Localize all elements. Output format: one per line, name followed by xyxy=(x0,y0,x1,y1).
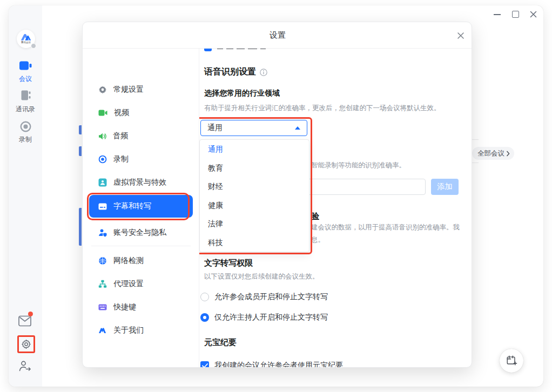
all-meetings-link[interactable]: 全部会议 xyxy=(472,147,514,160)
industry-option-general[interactable]: 通用 xyxy=(200,140,309,159)
check-icon xyxy=(202,363,208,368)
settings-content: 语音识别设置 选择您常用的行业领域 有助于提升相关行业词汇的准确率，更改后，您创… xyxy=(199,49,472,368)
info-icon[interactable] xyxy=(260,69,267,76)
speech-settings-heading: 语音识别设置 xyxy=(204,66,267,78)
speech-settings-title: 语音识别设置 xyxy=(204,66,256,78)
dialog-close-icon[interactable] xyxy=(456,31,465,40)
settings-nav-label: 常规设置 xyxy=(113,85,144,94)
dialog-title: 设置 xyxy=(270,30,286,40)
gear-icon xyxy=(98,85,107,94)
checkbox-checked-icon xyxy=(200,361,209,368)
settings-nav-about[interactable]: 关于我们 xyxy=(89,321,193,340)
captions-icon xyxy=(98,203,107,210)
settings-nav-shortcuts[interactable]: 快捷键 xyxy=(89,298,193,316)
industry-option-finance[interactable]: 财经 xyxy=(200,178,309,197)
calendar-plus-icon xyxy=(506,355,517,367)
chevron-up-icon xyxy=(295,126,300,130)
close-icon[interactable] xyxy=(530,11,537,18)
settings-nav-audio[interactable]: 音频 xyxy=(89,127,193,145)
tencent-meeting-logo-icon xyxy=(21,34,31,41)
plan-desc-fragment: 建会议的数据，以用于提高语音识别的准确率。我 xyxy=(311,223,460,232)
clipped-text xyxy=(226,49,233,49)
background-divider xyxy=(472,139,479,140)
globe-icon xyxy=(98,256,107,265)
mail-icon[interactable] xyxy=(18,315,32,327)
settings-nav-virtual-background[interactable]: 虚拟背景与特效 xyxy=(89,173,193,192)
settings-nav-label: 代理设置 xyxy=(113,279,144,289)
settings-nav-label: 音频 xyxy=(113,131,128,141)
proxy-nodes-icon xyxy=(98,280,107,288)
dialog-header: 设置 xyxy=(83,22,472,49)
industry-option-law[interactable]: 法律 xyxy=(200,215,309,234)
settings-nav-label: 视频 xyxy=(114,108,129,118)
industry-option-health[interactable]: 健康 xyxy=(200,197,309,215)
settings-dialog: 设置 常规设置 视频 xyxy=(82,22,472,368)
radio-allow-participants[interactable]: 允许参会成员开启和停止文字转写 xyxy=(200,292,328,302)
sidebar-item-contacts[interactable]: 通讯录 xyxy=(9,105,42,114)
contacts-book-icon[interactable] xyxy=(21,90,31,100)
sidebar-item-meetings[interactable]: 会议 xyxy=(9,75,42,84)
all-meetings-label: 全部会议 xyxy=(477,149,504,158)
screen: 腾讯会议 会议 通讯录 录制 xyxy=(0,0,552,392)
background-divider xyxy=(472,163,479,163)
industry-field-desc: 有助于提升相关行业词汇的准确率，更改后，您创建的下一场会议将默认生效。 xyxy=(204,104,441,112)
maximize-icon[interactable] xyxy=(512,11,519,18)
schedule-meeting-button[interactable] xyxy=(500,349,523,373)
notification-dot xyxy=(28,312,33,316)
settings-nav-recording[interactable]: 录制 xyxy=(89,150,193,168)
settings-nav-label: 快捷键 xyxy=(113,302,136,312)
settings-nav-label: 录制 xyxy=(113,154,129,164)
yuanbao-checkbox-label: 我创建的会议允许参会者使用元宝纪要 xyxy=(214,361,343,368)
radio-label: 仅允许主持人开启和停止文字转写 xyxy=(214,313,328,322)
settings-nav-proxy[interactable]: 代理设置 xyxy=(89,275,193,293)
transcription-desc: 以下设置仅对您后续创建的会议生效。 xyxy=(204,272,319,281)
industry-dropdown: 通用 教育 财经 健康 法律 科技 xyxy=(199,139,309,252)
clipped-text xyxy=(248,49,257,49)
settings-nav-account-security[interactable]: 账号安全与隐私 xyxy=(89,224,193,242)
chevron-right-icon xyxy=(506,151,510,157)
clipped-checkbox[interactable] xyxy=(204,49,212,51)
settings-nav-label: 关于我们 xyxy=(113,326,144,335)
industry-field-label: 选择您常用的行业领域 xyxy=(204,89,280,98)
industry-select[interactable]: 通用 xyxy=(200,120,307,136)
app-logo-label: 腾讯会议 xyxy=(21,41,31,44)
settings-nav-captions[interactable]: 字幕和转写 xyxy=(89,195,193,218)
wordlist-desc-fragment: 智能录制等功能的识别准确率。 xyxy=(311,161,406,170)
clipped-text xyxy=(217,49,223,49)
settings-nav-video[interactable]: 视频 xyxy=(89,104,193,122)
profile-switch-icon[interactable] xyxy=(18,360,31,373)
add-word-button[interactable]: 添加 xyxy=(431,179,459,195)
app-logo[interactable]: 腾讯会议 xyxy=(17,30,35,48)
radio-host-only[interactable]: 仅允许主持人开启和停止文字转写 xyxy=(200,313,328,322)
settings-nav-network-test[interactable]: 网络检测 xyxy=(89,252,193,270)
settings-nav-general[interactable]: 常规设置 xyxy=(89,80,193,99)
record-icon xyxy=(98,155,107,164)
clipped-text xyxy=(260,49,266,49)
radio-off-icon xyxy=(200,293,209,301)
settings-nav-label: 虚拟背景与特效 xyxy=(113,178,166,187)
yuanbao-heading: 元宝纪要 xyxy=(204,337,237,348)
yuanbao-checkbox-row[interactable]: 我创建的会议允许参会者使用元宝纪要 xyxy=(200,361,343,368)
plan-heading-fragment: 验 xyxy=(311,211,319,221)
meeting-camera-icon[interactable] xyxy=(19,60,32,71)
speaker-icon xyxy=(98,132,106,140)
clipped-text xyxy=(237,49,245,49)
industry-option-education[interactable]: 教育 xyxy=(200,159,309,178)
plan-desc-fragment2: 息。 xyxy=(311,235,325,245)
logo-badge xyxy=(31,43,36,49)
video-camera-icon xyxy=(98,109,107,117)
virtual-background-icon xyxy=(98,178,107,187)
account-shield-icon xyxy=(98,228,107,237)
brand-logo-icon xyxy=(98,328,107,334)
background-highlight-strip xyxy=(79,125,82,134)
radio-on-icon xyxy=(200,313,209,322)
background-highlight-strip xyxy=(79,208,82,246)
keyboard-icon xyxy=(98,304,107,310)
settings-nav-label: 账号安全与隐私 xyxy=(113,228,166,238)
record-circle-icon[interactable] xyxy=(20,121,31,132)
industry-option-tech[interactable]: 科技 xyxy=(200,234,309,253)
minimize-icon[interactable] xyxy=(494,14,501,15)
sidebar-item-recordings[interactable]: 录制 xyxy=(9,135,42,144)
industry-select-value: 通用 xyxy=(207,123,223,133)
settings-gear-icon[interactable] xyxy=(21,339,32,350)
